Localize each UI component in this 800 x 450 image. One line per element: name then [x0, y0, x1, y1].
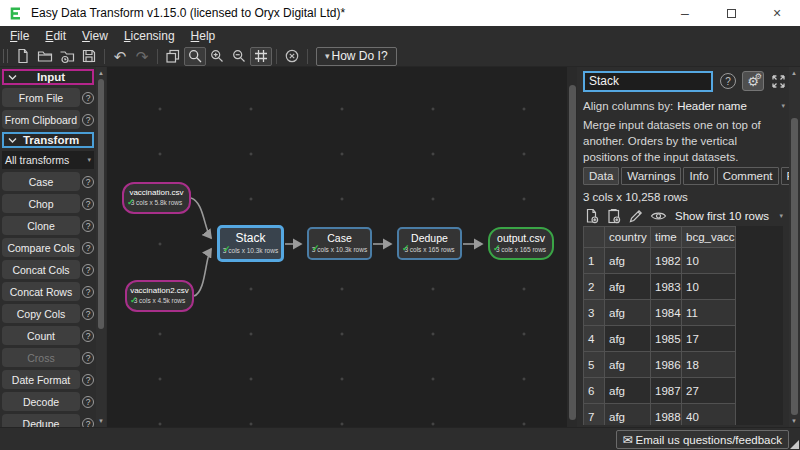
tab-comment[interactable]: Comment [717, 167, 779, 185]
check-icon: ✓ [312, 243, 320, 253]
transform-chop-button[interactable]: Chop [2, 194, 80, 213]
help-icon[interactable]: ? [82, 198, 94, 210]
toolbar-separator [157, 49, 158, 64]
canvas-scrollbar-thumb[interactable] [569, 85, 576, 420]
scroll-up-icon[interactable]: ▲ [96, 68, 106, 78]
node-stack[interactable]: Stack 3 cols x 10.3k rows ✓ [217, 225, 284, 262]
help-icon[interactable]: ? [82, 330, 94, 342]
transform-count-button[interactable]: Count [2, 326, 80, 345]
help-icon[interactable]: ? [82, 374, 94, 386]
duplicate-button[interactable] [162, 47, 184, 66]
grid-toggle-button[interactable] [250, 47, 272, 66]
options-button[interactable]: ⚙ ⚙ [742, 71, 764, 91]
help-icon[interactable]: ? [82, 242, 94, 254]
transform-decode-button[interactable]: Decode [2, 392, 80, 411]
transform-case-button[interactable]: Case [2, 172, 80, 191]
edit-values-button[interactable] [625, 207, 647, 225]
col-header-bcg-vacc[interactable]: bcg_vacc [682, 227, 736, 248]
inspector-scrollbar[interactable]: ▲ ▼ [789, 67, 800, 427]
node-case[interactable]: Case 3 cols x 10.3k rows ✓ [307, 227, 372, 260]
menu-file[interactable]: File [2, 27, 37, 45]
grid-icon [253, 48, 269, 64]
transform-compare-cols-button[interactable]: Compare Cols [2, 238, 80, 257]
col-header-time[interactable]: time [651, 227, 682, 248]
transform-clone-button[interactable]: Clone [2, 216, 80, 235]
search-icon [187, 48, 203, 64]
help-icon[interactable]: ? [82, 352, 94, 364]
sidebar-scrollbar[interactable]: ▲ ▼ [96, 67, 106, 427]
toolbar-grip[interactable] [3, 49, 8, 63]
inspector-scrollbar-thumb[interactable] [791, 118, 798, 415]
open-recent-button[interactable] [56, 47, 78, 66]
transform-dedupe-button[interactable]: Dedupe [2, 414, 80, 427]
transform-concat-cols-button[interactable]: Concat Cols [2, 260, 80, 279]
transform-section-header[interactable]: Transform [2, 132, 94, 148]
remove-button[interactable] [281, 47, 303, 66]
minimize-button[interactable]: – [662, 0, 708, 26]
node-name-input[interactable] [583, 71, 713, 92]
menu-licensing[interactable]: Licensing [116, 27, 183, 45]
help-icon[interactable]: ? [82, 220, 94, 232]
resize-grip[interactable] [790, 440, 799, 449]
transform-date-format-button[interactable]: Date Format [2, 370, 80, 389]
export-file-button[interactable] [581, 207, 603, 225]
feedback-button[interactable]: ✉ Email us questions/feedback [616, 430, 789, 449]
scroll-up-icon[interactable]: ▲ [789, 68, 799, 78]
help-icon[interactable]: ? [82, 418, 94, 428]
open-file-button[interactable] [34, 47, 56, 66]
node-vaccination-csv[interactable]: vaccination.csv 3 cols x 5.8k rows ✓ [122, 182, 191, 214]
align-columns-dropdown[interactable]: Align columns by: Header name ▾ [583, 98, 785, 114]
help-icon[interactable]: ? [82, 92, 94, 104]
caret-down-icon: ▾ [325, 51, 330, 61]
copy-to-clipboard-button[interactable] [603, 207, 625, 225]
help-icon[interactable]: ? [82, 396, 94, 408]
node-output-csv[interactable]: output.csv 3 cols x 165 rows ✓ [488, 227, 554, 260]
help-icon[interactable]: ? [82, 114, 94, 126]
new-file-button[interactable] [12, 47, 34, 66]
show-rows-dropdown[interactable]: Show first 10 rows ▾ [675, 210, 785, 222]
help-icon[interactable]: ? [82, 176, 94, 188]
menu-edit[interactable]: Edit [37, 27, 74, 45]
help-icon[interactable]: ? [82, 308, 94, 320]
undo-button[interactable]: ↶ [109, 47, 131, 66]
node-canvas[interactable]: vaccination.csv 3 cols x 5.8k rows ✓ vac… [107, 67, 567, 427]
help-icon[interactable]: ? [720, 73, 736, 89]
menu-view[interactable]: View [74, 27, 116, 45]
node-dedupe[interactable]: Dedupe 3 cols x 165 rows ✓ [397, 227, 462, 260]
save-button[interactable] [78, 47, 100, 66]
menu-help[interactable]: Help [183, 27, 224, 45]
maximize-button[interactable] [708, 0, 754, 26]
from-file-button[interactable]: From File [2, 88, 80, 107]
col-header-country[interactable]: country [605, 227, 651, 248]
help-icon[interactable]: ? [82, 286, 94, 298]
scroll-down-icon[interactable]: ▼ [789, 416, 799, 426]
zoom-out-button[interactable] [228, 47, 250, 66]
zoom-in-button[interactable] [206, 47, 228, 66]
tab-info[interactable]: Info [683, 167, 714, 185]
search-button[interactable] [184, 47, 206, 66]
table-corner-cell[interactable] [584, 227, 605, 248]
zoom-out-icon [231, 48, 247, 64]
file-plus-icon [584, 208, 600, 224]
preview-button[interactable] [647, 207, 669, 225]
input-section-header[interactable]: Input [2, 69, 94, 85]
eye-icon [650, 208, 667, 224]
transform-section-label: Transform [22, 134, 88, 146]
transform-concat-rows-button[interactable]: Concat Rows [2, 282, 80, 301]
node-vaccination2-csv[interactable]: vaccination2.csv 3 cols x 4.5k rows ✓ [125, 280, 194, 312]
help-icon[interactable]: ? [82, 264, 94, 276]
expand-button[interactable] [769, 72, 787, 90]
tab-data[interactable]: Data [583, 167, 619, 185]
from-clipboard-button[interactable]: From Clipboard [2, 110, 80, 129]
expand-icon [771, 74, 786, 89]
canvas-scrollbar[interactable] [567, 67, 577, 427]
close-button[interactable]: × [754, 0, 800, 26]
tab-warnings[interactable]: Warnings [621, 167, 681, 185]
app-logo-icon [8, 6, 23, 21]
toolbar-separator [307, 49, 308, 64]
transform-filter-dropdown[interactable]: All transforms ▾ [2, 151, 94, 169]
sidebar-scrollbar-thumb[interactable] [98, 79, 104, 329]
how-do-i-button[interactable]: ▾ How Do I? [316, 47, 397, 66]
transform-copy-cols-button[interactable]: Copy Cols [2, 304, 80, 323]
scroll-down-icon[interactable]: ▼ [96, 416, 106, 426]
